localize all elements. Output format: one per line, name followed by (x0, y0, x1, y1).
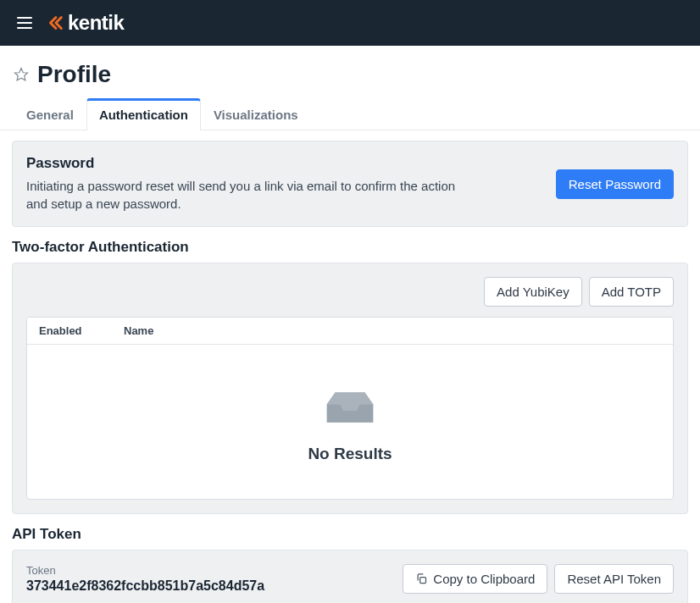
brand-logo[interactable]: kentik (46, 11, 124, 35)
twofa-actions: Add YubiKey Add TOTP (26, 277, 674, 307)
password-description: Initiating a password reset will send yo… (26, 177, 467, 213)
content-area: Password Initiating a password reset wil… (0, 130, 700, 603)
add-totp-button[interactable]: Add TOTP (589, 277, 674, 307)
table-header: Enabled Name (27, 318, 673, 345)
tab-bar: General Authentication Visualizations (0, 98, 700, 130)
copy-icon (415, 573, 428, 585)
token-label: Token (26, 564, 264, 577)
tab-general[interactable]: General (14, 98, 86, 130)
inbox-icon (324, 387, 376, 428)
menu-toggle[interactable] (14, 14, 36, 32)
favorite-icon[interactable] (14, 67, 29, 82)
copy-clipboard-label: Copy to Clipboard (433, 572, 535, 586)
twofa-card: Add YubiKey Add TOTP Enabled Name (12, 263, 688, 514)
column-name: Name (124, 324, 661, 337)
svg-marker-0 (15, 69, 28, 80)
page-title: Profile (37, 61, 111, 88)
brand-name: kentik (68, 11, 124, 35)
brand-chevrons-icon (46, 14, 64, 32)
copy-clipboard-button[interactable]: Copy to Clipboard (403, 564, 547, 594)
api-token-card: Token 373441e2f8362fccbb851b7a5c84d57a C… (12, 550, 688, 603)
tab-visualizations[interactable]: Visualizations (201, 98, 311, 130)
token-block: Token 373441e2f8362fccbb851b7a5c84d57a (26, 564, 264, 594)
reset-api-token-button[interactable]: Reset API Token (554, 564, 674, 594)
column-enabled: Enabled (39, 324, 124, 337)
token-value: 373441e2f8362fccbb851b7a5c84d57a (26, 578, 264, 594)
page-header: Profile (0, 46, 700, 98)
empty-state: No Results (27, 345, 673, 499)
reset-password-button[interactable]: Reset Password (556, 169, 674, 199)
password-text-block: Password Initiating a password reset wil… (26, 155, 467, 213)
password-title: Password (26, 155, 467, 172)
api-actions: Copy to Clipboard Reset API Token (403, 564, 674, 594)
password-card: Password Initiating a password reset wil… (12, 141, 688, 227)
api-token-heading: API Token (12, 526, 688, 543)
no-results-text: No Results (308, 445, 392, 463)
topbar: kentik (0, 0, 700, 46)
twofa-table: Enabled Name No Results (26, 317, 674, 500)
twofa-heading: Two-factor Authentication (12, 239, 688, 256)
tab-authentication[interactable]: Authentication (86, 98, 201, 130)
add-yubikey-button[interactable]: Add YubiKey (484, 277, 582, 307)
svg-rect-5 (420, 578, 426, 584)
